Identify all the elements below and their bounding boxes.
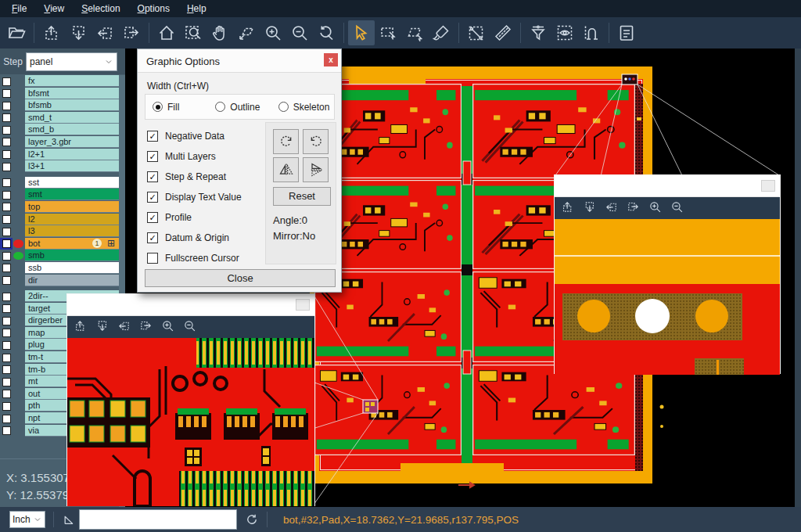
- layer-row-l2+1[interactable]: l2+1: [0, 149, 119, 161]
- rotate-cw-button[interactable]: [273, 129, 299, 154]
- zoom-window-tool[interactable]: [180, 20, 207, 45]
- layer-checkbox[interactable]: [2, 203, 11, 211]
- popup-pcb-view[interactable]: [555, 219, 780, 375]
- layer-checkbox[interactable]: [2, 228, 11, 236]
- layer-name[interactable]: dir: [25, 275, 119, 286]
- move-up-tool[interactable]: [561, 200, 574, 217]
- layer-checkbox[interactable]: [2, 354, 11, 362]
- layer-row-bfsmb[interactable]: bfsmb: [0, 99, 119, 112]
- layer-name[interactable]: l2: [25, 214, 119, 225]
- layer-checkbox[interactable]: [2, 77, 11, 86]
- zoom-in-tool[interactable]: [260, 20, 286, 45]
- layer-checkbox[interactable]: [2, 252, 11, 261]
- layer-row-l3[interactable]: l3: [0, 225, 119, 238]
- radio-skeleton[interactable]: Skeleton: [278, 102, 334, 113]
- select-poly-tool[interactable]: [401, 20, 428, 45]
- layer-name[interactable]: smd_b: [25, 124, 119, 135]
- layer-name[interactable]: smd_t: [25, 112, 119, 124]
- menu-view[interactable]: View: [37, 2, 71, 16]
- layer-grid-icon[interactable]: ⊞: [107, 238, 115, 250]
- layer-row-layer_3.gbr[interactable]: layer_3.gbr: [0, 136, 119, 149]
- layer-checkbox[interactable]: [2, 415, 11, 423]
- layer-name[interactable]: layer_3.gbr: [25, 136, 119, 148]
- menu-file[interactable]: File: [5, 2, 34, 16]
- layer-row-dir[interactable]: dir: [0, 275, 119, 287]
- radio-outline[interactable]: Outline: [215, 102, 271, 113]
- layer-checkbox[interactable]: [2, 390, 11, 398]
- popup-pcb-view[interactable]: [67, 338, 314, 506]
- menu-help[interactable]: Help: [180, 2, 214, 16]
- layer-checkbox[interactable]: [2, 89, 11, 98]
- layer-name[interactable]: sst: [25, 177, 119, 189]
- layer-row-smd_t[interactable]: smd_t: [0, 112, 119, 124]
- layer-name[interactable]: bot1⊞: [25, 238, 119, 250]
- layer-checkbox[interactable]: [2, 276, 11, 285]
- measure-distance-tool[interactable]: [463, 20, 490, 45]
- mirror-v-button[interactable]: [303, 157, 329, 182]
- layer-name[interactable]: l2+1: [25, 149, 119, 160]
- layer-checkbox[interactable]: [2, 113, 11, 122]
- layer-checkbox[interactable]: [2, 126, 11, 135]
- checkbox-multi-layers[interactable]: ✓Multi Layers: [147, 146, 276, 167]
- move-right-tool[interactable]: [627, 200, 640, 217]
- move-left-tool[interactable]: [117, 319, 131, 336]
- layer-name[interactable]: fx: [25, 75, 119, 87]
- popup-window-button[interactable]: [296, 299, 310, 311]
- open-folder-tool[interactable]: [3, 20, 30, 45]
- mirror-h-button[interactable]: [273, 157, 299, 182]
- layer-checkbox[interactable]: [2, 264, 11, 272]
- layer-checkbox[interactable]: [2, 215, 11, 224]
- layer-name[interactable]: l3: [25, 225, 119, 237]
- layer-checkbox[interactable]: [2, 378, 11, 386]
- command-input[interactable]: [79, 509, 237, 530]
- dialog-close-button[interactable]: x: [324, 53, 338, 66]
- move-left-tool[interactable]: [92, 20, 118, 45]
- layer-row-l3+1[interactable]: l3+1: [0, 160, 119, 173]
- close-button[interactable]: Close: [145, 269, 336, 287]
- layer-name[interactable]: bfsmb: [25, 99, 119, 111]
- layer-checkbox[interactable]: [2, 329, 11, 337]
- checkbox-step-repeat[interactable]: ✓Step & Repeat: [147, 167, 276, 187]
- home-tool[interactable]: [153, 20, 180, 45]
- layer-name[interactable]: l3+1: [25, 160, 119, 172]
- popup-window-button[interactable]: [761, 180, 775, 192]
- pan-view-tool[interactable]: [233, 20, 260, 45]
- layer-row-top[interactable]: top: [0, 201, 119, 214]
- brush-tool[interactable]: [428, 20, 454, 45]
- layer-checkbox[interactable]: [2, 191, 11, 200]
- layer-row-l2[interactable]: l2: [0, 214, 119, 226]
- menu-selection[interactable]: Selection: [74, 2, 127, 16]
- layer-checkbox[interactable]: [2, 163, 11, 171]
- snap-tool[interactable]: [578, 20, 605, 45]
- layer-checkbox[interactable]: [2, 341, 11, 350]
- zoom-out-tool[interactable]: [183, 319, 196, 336]
- menu-options[interactable]: Options: [131, 2, 177, 16]
- filter-tool[interactable]: [525, 20, 551, 45]
- move-up-tool[interactable]: [38, 20, 65, 45]
- layer-checkbox[interactable]: [2, 402, 11, 411]
- zoom-in-tool[interactable]: [161, 319, 174, 336]
- step-select[interactable]: panel: [26, 52, 117, 71]
- radio-fill[interactable]: Fill: [153, 102, 208, 113]
- zoom-in-tool[interactable]: [648, 200, 662, 217]
- move-left-tool[interactable]: [605, 200, 618, 217]
- layer-name[interactable]: top: [25, 201, 119, 213]
- unit-select[interactable]: Inch: [9, 511, 45, 528]
- layer-checkbox[interactable]: [2, 293, 11, 301]
- layer-row-fx[interactable]: fx: [0, 75, 119, 88]
- report-tool[interactable]: [613, 20, 640, 45]
- zoom-out-tool[interactable]: [670, 200, 684, 217]
- checkbox-display-text-value[interactable]: ✓Display Text Value: [147, 187, 276, 207]
- layer-row-sst[interactable]: sst: [0, 177, 119, 189]
- zoom-out-tool[interactable]: [286, 20, 313, 45]
- popup-titlebar[interactable]: [555, 175, 780, 197]
- pan-hand-tool[interactable]: [207, 20, 233, 45]
- move-down-tool[interactable]: [583, 200, 596, 217]
- layer-checkbox[interactable]: [2, 317, 11, 325]
- layer-checkbox[interactable]: [2, 138, 11, 146]
- reset-button[interactable]: Reset: [273, 187, 331, 206]
- move-down-tool[interactable]: [95, 319, 109, 336]
- layer-name[interactable]: smb: [25, 250, 119, 261]
- rotate-ccw-button[interactable]: [303, 129, 329, 154]
- zoom-source-rect-top[interactable]: [622, 74, 638, 84]
